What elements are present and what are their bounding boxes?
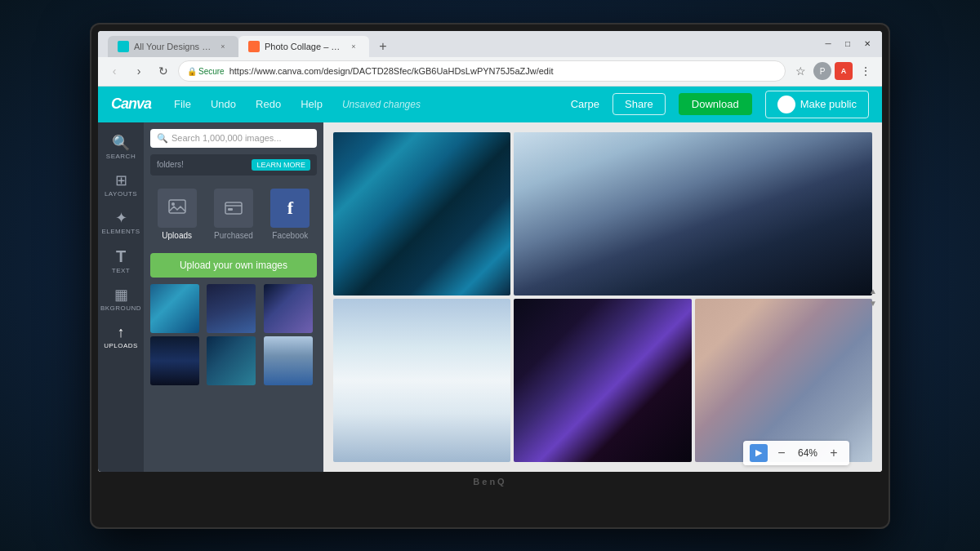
svg-rect-4 bbox=[228, 208, 233, 211]
uploads-icon: ↑ bbox=[118, 325, 125, 340]
source-tabs: Uploads Purchased bbox=[144, 182, 323, 247]
left-panel: 🔍 Search 1,000,000 images... folders! LE… bbox=[144, 122, 323, 472]
monitor-screen: All Your Designs – Canva × Photo Collage… bbox=[98, 31, 882, 472]
tab-favicon-photo bbox=[248, 41, 260, 52]
search-icon: 🔍 bbox=[112, 136, 130, 150]
present-button[interactable]: ▶ bbox=[750, 444, 768, 462]
canva-header: Canva File Undo Redo Help Unsaved change… bbox=[98, 87, 882, 122]
unsaved-status: Unsaved changes bbox=[342, 99, 421, 110]
new-tab-button[interactable]: + bbox=[372, 36, 394, 57]
thumb-4[interactable] bbox=[150, 336, 199, 385]
canvas-image-ice-cave[interactable] bbox=[333, 132, 510, 295]
scroll-down-arrow[interactable]: ▼ bbox=[869, 299, 877, 308]
chrome-menu-button[interactable]: ⋮ bbox=[856, 61, 875, 81]
canvas-area: ▶ − 64% + ▲ ▼ bbox=[323, 122, 882, 472]
uploads-tab-label: Uploads bbox=[162, 231, 192, 240]
sidebar-item-text[interactable]: T TEXT bbox=[98, 242, 144, 281]
bottom-controls: ▶ − 64% + bbox=[743, 441, 849, 465]
zoom-plus-button[interactable]: + bbox=[825, 444, 843, 462]
minimize-button[interactable]: ─ bbox=[820, 37, 836, 51]
tab-favicon-canva bbox=[118, 41, 129, 52]
zoom-level-display: 64% bbox=[795, 447, 820, 459]
folders-text: folders! bbox=[157, 160, 184, 169]
learn-more-banner: folders! LEARN MORE bbox=[150, 154, 317, 176]
make-public-avatar bbox=[777, 96, 795, 113]
secure-indicator: 🔒 Secure bbox=[187, 67, 225, 76]
menu-help[interactable]: Help bbox=[297, 96, 326, 112]
layouts-icon: ⊞ bbox=[115, 173, 127, 188]
sidebar-item-uploads[interactable]: ↑ UPLOADS bbox=[98, 318, 144, 356]
url-bar[interactable]: 🔒 Secure https://www.canva.com/design/DA… bbox=[178, 60, 786, 82]
svg-rect-2 bbox=[225, 202, 242, 214]
tab-label-photo-collage: Photo Collage – Carpe bbox=[265, 42, 343, 51]
benq-label: BenQ bbox=[473, 477, 506, 487]
sidebar-search-label: SEARCH bbox=[106, 153, 136, 160]
url-text: https://www.canva.com/design/DACTD28Sfec… bbox=[229, 66, 554, 76]
upload-own-button[interactable]: Upload your own images bbox=[150, 253, 317, 278]
thumb-5[interactable] bbox=[207, 336, 256, 385]
thumb-2[interactable] bbox=[207, 284, 256, 333]
sidebar-background-label: BKGROUND bbox=[100, 304, 141, 312]
source-tab-uploads[interactable]: Uploads bbox=[150, 182, 203, 247]
tab-close-all-designs[interactable]: × bbox=[217, 41, 229, 52]
source-tab-purchased[interactable]: Purchased bbox=[207, 182, 260, 247]
tabs-row: All Your Designs – Canva × Photo Collage… bbox=[105, 31, 394, 57]
canva-app: Canva File Undo Redo Help Unsaved change… bbox=[98, 87, 882, 472]
canvas-image-smoke[interactable] bbox=[514, 299, 691, 462]
tab-all-designs[interactable]: All Your Designs – Canva × bbox=[108, 36, 238, 57]
search-placeholder: Search 1,000,000 images... bbox=[172, 133, 282, 143]
menu-redo[interactable]: Redo bbox=[252, 96, 284, 112]
search-bar[interactable]: 🔍 Search 1,000,000 images... bbox=[150, 129, 317, 148]
bookmark-button[interactable]: ☆ bbox=[791, 61, 810, 81]
username-label: Carpe bbox=[571, 98, 599, 110]
sidebar-uploads-label: UPLOADS bbox=[104, 342, 138, 349]
window-controls: ─ □ ✕ bbox=[820, 37, 875, 51]
svg-point-1 bbox=[172, 202, 175, 206]
learn-more-button[interactable]: LEARN MORE bbox=[252, 159, 310, 171]
monitor: GW2765 All Your Designs – Canva × Photo … bbox=[90, 23, 890, 529]
canvas-image-misty-cliffs[interactable] bbox=[514, 132, 872, 295]
extension-button[interactable]: A bbox=[835, 62, 853, 80]
sidebar-text-label: TEXT bbox=[112, 267, 130, 274]
tab-close-photo-collage[interactable]: × bbox=[348, 41, 359, 52]
canvas-image-girl[interactable] bbox=[695, 299, 872, 462]
make-public-button[interactable]: Make public bbox=[765, 91, 869, 118]
refresh-button[interactable]: ↻ bbox=[154, 61, 173, 81]
forward-button[interactable]: › bbox=[129, 61, 149, 81]
sidebar-item-layouts[interactable]: ⊞ LAYOUTS bbox=[98, 167, 144, 204]
zoom-minus-button[interactable]: − bbox=[773, 444, 791, 462]
sidebar-item-elements[interactable]: ✦ ELEMENTS bbox=[98, 204, 144, 242]
maximize-button[interactable]: □ bbox=[840, 37, 856, 51]
menu-file[interactable]: File bbox=[171, 96, 194, 112]
thumb-3[interactable] bbox=[264, 284, 313, 333]
monitor-brand: BenQ bbox=[98, 472, 882, 490]
purchased-tab-label: Purchased bbox=[214, 231, 253, 240]
scroll-up-arrow[interactable]: ▲ bbox=[869, 287, 877, 295]
canva-body: 🔍 SEARCH ⊞ LAYOUTS ✦ ELEMENTS T TEXT bbox=[98, 122, 882, 472]
browser-titlebar: All Your Designs – Canva × Photo Collage… bbox=[98, 31, 882, 57]
tab-label-all-designs: All Your Designs – Canva bbox=[134, 42, 212, 51]
source-tab-facebook[interactable]: f Facebook bbox=[264, 182, 317, 247]
canva-logo: Canva bbox=[111, 96, 151, 113]
close-button[interactable]: ✕ bbox=[859, 37, 875, 51]
share-button[interactable]: Share bbox=[612, 93, 666, 115]
facebook-tab-label: Facebook bbox=[272, 231, 308, 240]
sidebar-layouts-label: LAYOUTS bbox=[105, 190, 137, 198]
image-grid bbox=[144, 284, 323, 385]
thumb-6[interactable] bbox=[264, 336, 313, 385]
address-bar-row: ‹ › ↻ 🔒 Secure https://www.canva.com/des… bbox=[98, 57, 882, 87]
canvas-image-snowy[interactable] bbox=[333, 299, 510, 462]
text-icon: T bbox=[116, 248, 126, 264]
sidebar-item-background[interactable]: ▦ BKGROUND bbox=[98, 281, 144, 318]
sidebar-item-search[interactable]: 🔍 SEARCH bbox=[98, 129, 144, 167]
tab-photo-collage[interactable]: Photo Collage – Carpe × bbox=[238, 36, 369, 57]
sidebar-icons: 🔍 SEARCH ⊞ LAYOUTS ✦ ELEMENTS T TEXT bbox=[98, 122, 144, 472]
profile-avatar[interactable]: P bbox=[813, 62, 831, 80]
back-button[interactable]: ‹ bbox=[105, 61, 124, 81]
menu-undo[interactable]: Undo bbox=[207, 96, 239, 112]
make-public-label: Make public bbox=[800, 98, 857, 110]
chrome-extras: ☆ P A ⋮ bbox=[791, 61, 875, 81]
search-icon-left: 🔍 bbox=[157, 133, 168, 144]
thumb-1[interactable] bbox=[150, 284, 199, 333]
download-button[interactable]: Download bbox=[679, 93, 752, 115]
